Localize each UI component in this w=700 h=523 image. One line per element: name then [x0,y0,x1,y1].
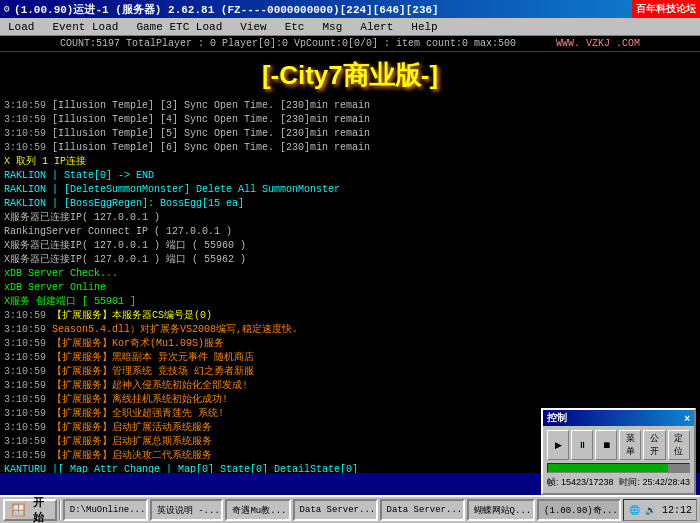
log-line: 3:10:59 【扩展服务】超神入侵系统初始化全部发成! [4,379,696,393]
game-title: [-City7商业版-] [0,52,700,97]
start-icon: 🪟 [11,503,26,517]
progress-bar [547,463,690,473]
taskbar-item-4[interactable]: Data Server... [380,499,465,521]
title-bar: ⚙ (1.00.90)运进-1 (服务器) 2.62.81 (FZ----000… [0,0,700,18]
menu-bar: Load Event Load Game ETC Load View Etc M… [0,18,700,36]
taskbar-item-6[interactable]: (1.00.90)奇... [537,499,621,521]
locate-button[interactable]: 定位 [668,430,690,460]
control-panel: 控制 × ▶ ⏸ ⏹ 菜单 公开 定位 帧: 15423/17238 时间: 2… [541,408,696,495]
control-panel-body: ▶ ⏸ ⏹ 菜单 公开 定位 帧: 15423/17238 时间: 25:42/… [543,426,694,493]
log-line: 3:10:59 【扩展服务】离线挂机系统初始化成功! [4,393,696,407]
log-line: 3:10:59 【扩展服务】黑暗副本 异次元事件 随机商店 [4,351,696,365]
log-line: RankingServer Connect IP ( 127.0.0.1 ) [4,225,696,239]
stop-button[interactable]: ⏹ [595,430,617,460]
control-stats: 帧: 15423/17238 时间: 25:42/28:43 [547,476,690,489]
pause-button[interactable]: ⏸ [571,430,593,460]
stats-text: COUNT:5197 TotalPlayer : 0 Player[0]:0 V… [60,38,516,49]
progress-bar-fill [548,464,668,472]
log-line: 3:10:59 【扩展服务】管理系统 竞技场 幻之勇者新服 [4,365,696,379]
log-line: 3:10:59 [Illusion Temple] [3] Sync Open … [4,99,696,113]
menu-msg[interactable]: Msg [318,20,346,34]
control-panel-close[interactable]: × [684,413,690,424]
control-panel-title: 控制 × [543,410,694,426]
log-line: X服务 创建端口 [ 55901 ] [4,295,696,309]
log-line: RAKLION | [DeleteSummonMonster] Delete A… [4,183,696,197]
menu-help[interactable]: Help [407,20,441,34]
play-button[interactable]: ▶ [547,430,569,460]
taskbar-item-0[interactable]: D:\MuOnline... [63,499,148,521]
log-line: X 取列 1 IP连接 [4,155,696,169]
control-button-row: ▶ ⏸ ⏹ 菜单 公开 定位 [547,430,690,460]
log-line: 3:10:59 Season5.4.dll）对扩展务VS2008编写,稳定速度快… [4,323,696,337]
taskbar-item-1[interactable]: 英设说明 -... [150,499,224,521]
frames-stat: 帧: 15423/17238 [547,476,614,489]
taskbar-clock: 12:12 [662,505,692,516]
log-line: 3:10:59 [Illusion Temple] [6] Sync Open … [4,141,696,155]
website-text: WWW. VZKJ .COM [556,38,640,49]
time-stat: 时间: 25:42/28:43 [619,476,690,489]
start-label: 开始 [29,495,49,523]
log-line: 3:10:59 [Illusion Temple] [5] Sync Open … [4,127,696,141]
log-line: RAKLION | State[0] -> END [4,169,696,183]
taskbar-item-3[interactable]: Data Server... [293,499,378,521]
taskbar-tray: 🌐 🔊 12:12 [623,499,697,521]
top-right-brand: 百年科技论坛 [632,0,700,18]
stats-bar: COUNT:5197 TotalPlayer : 0 Player[0]:0 V… [0,36,700,52]
menu-button[interactable]: 菜单 [619,430,641,460]
log-line: RAKLION | [BossEggRegen]: BossEgg[15 ea] [4,197,696,211]
log-line: 3:10:59 【扩展服务】本服务器CS编号是(0) [4,309,696,323]
log-line: X服务器已连接IP( 127.0.0.1 ) [4,211,696,225]
log-line: X服务器已连接IP( 127.0.0.1 ) 端口 ( 55960 ) [4,239,696,253]
window-title: (1.00.90)运进-1 (服务器) 2.62.81 (FZ----00000… [14,2,439,17]
start-button[interactable]: 🪟 开始 [3,499,57,521]
taskbar-item-2[interactable]: 奇遇Mu教... [225,499,290,521]
title-bar-left: ⚙ (1.00.90)运进-1 (服务器) 2.62.81 (FZ----000… [4,2,439,17]
window-icon: ⚙ [4,3,10,15]
menu-game-etc-load[interactable]: Game ETC Load [132,20,226,34]
log-line: 3:10:59 [Illusion Temple] [4] Sync Open … [4,113,696,127]
menu-event-load[interactable]: Event Load [48,20,122,34]
menu-load[interactable]: Load [4,20,38,34]
menu-etc[interactable]: Etc [281,20,309,34]
taskbar: 🪟 开始 D:\MuOnline... 英设说明 -... 奇遇Mu教... D… [0,495,700,523]
public-button[interactable]: 公开 [643,430,665,460]
log-line: X服务器已连接IP( 127.0.0.1 ) 端口 ( 55962 ) [4,253,696,267]
log-line: xDB Server Online [4,281,696,295]
tray-network-icon: 🌐 [628,503,642,517]
menu-alert[interactable]: Alert [356,20,397,34]
taskbar-divider [59,500,61,520]
tray-volume-icon: 🔊 [644,503,658,517]
log-line: xDB Server Check... [4,267,696,281]
log-line: 3:10:59 【扩展服务】Kor奇术(Mu1.09S)服务 [4,337,696,351]
taskbar-item-5[interactable]: 蝴蝶网站Q... [467,499,536,521]
menu-view[interactable]: View [236,20,270,34]
